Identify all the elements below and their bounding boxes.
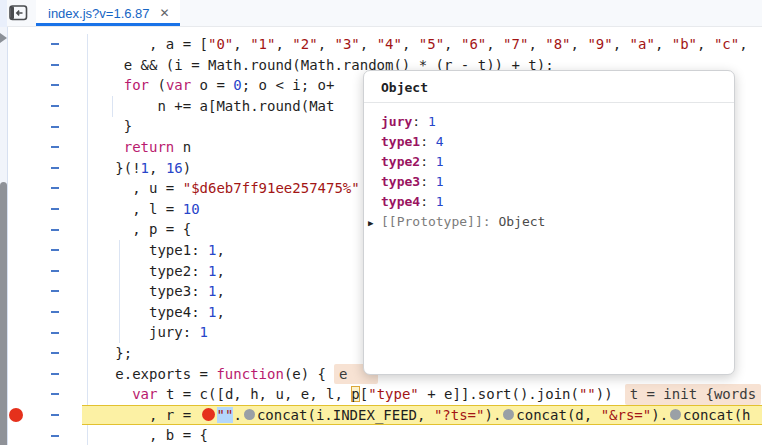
code-token: , <box>216 242 224 258</box>
gutter-dash <box>51 373 59 375</box>
code-token: ; o < i; o+ <box>242 77 335 93</box>
property-name: type3 <box>381 174 420 189</box>
code-line-text[interactable]: , r = "".concat(i.INDEX_FEED, "?ts=").co… <box>82 405 762 426</box>
gutter-dash <box>51 393 59 395</box>
gutter-line-marker[interactable] <box>0 240 82 261</box>
inline-breakpoint-candidate-icon[interactable] <box>670 409 681 420</box>
gutter-dash <box>51 249 59 251</box>
inline-breakpoint-candidate-icon[interactable] <box>244 409 255 420</box>
inline-breakpoint-active-icon[interactable] <box>202 408 215 421</box>
code-token: "c" <box>714 36 739 52</box>
code-token: [ <box>360 386 368 402</box>
code-token: )) <box>596 386 613 402</box>
gutter-line-marker[interactable] <box>0 34 82 55</box>
code-token: type3: <box>90 283 208 299</box>
code-token: var <box>166 77 191 93</box>
gutter-line-marker[interactable] <box>0 116 82 137</box>
gutter-dash <box>51 84 59 86</box>
code-token: , <box>216 263 224 279</box>
vertical-scrollbar[interactable] <box>0 27 7 445</box>
gutter-line-marker[interactable] <box>0 199 82 220</box>
property-name: jury <box>381 114 412 129</box>
code-token: 1 <box>200 324 208 340</box>
tab-close-icon[interactable]: ✕ <box>160 6 170 20</box>
code-token: , p = { <box>90 221 191 237</box>
code-token: var <box>132 386 157 402</box>
code-token: 0 <box>233 77 241 93</box>
object-popup-title: Object <box>364 71 734 102</box>
breakpoint-dot[interactable] <box>9 408 23 422</box>
gutter-dash <box>51 229 59 231</box>
code-token: o = <box>191 77 233 93</box>
property-value: 1 <box>428 114 436 129</box>
prototype-row[interactable]: ▶[[Prototype]]: Object <box>368 212 718 232</box>
property-name: type4 <box>381 194 420 209</box>
code-token: t = c([d, h, u, e, l, <box>157 386 351 402</box>
code-token: (e) { <box>284 366 326 382</box>
gutter-line-marker[interactable] <box>0 343 82 364</box>
gutter-line-marker[interactable] <box>0 137 82 158</box>
gutter-line-marker[interactable] <box>0 219 82 240</box>
code-token: type1: <box>90 242 208 258</box>
tab-title: index.js?v=1.6.87 <box>48 6 150 21</box>
gutter-line-marker[interactable] <box>0 158 82 179</box>
code-line: , b = { <box>0 425 762 445</box>
code-token: , <box>739 36 747 52</box>
code-token: 1 <box>141 160 149 176</box>
code-token: , <box>444 36 461 52</box>
gutter-line-marker[interactable] <box>0 55 82 76</box>
code-token: }; <box>90 345 132 361</box>
property-name: type2 <box>381 154 420 169</box>
code-token: ). <box>651 407 668 423</box>
code-token: , l = <box>90 201 183 217</box>
gutter-line-marker[interactable] <box>0 302 82 323</box>
inline-eval-preview: t = init {words <box>625 384 761 405</box>
code-token: , <box>697 36 714 52</box>
code-token: , <box>402 36 419 52</box>
gutter-dash <box>51 208 59 210</box>
property-row: type3: 1 <box>381 172 718 192</box>
code-token: "8" <box>545 36 570 52</box>
inline-breakpoint-candidate-icon[interactable] <box>503 409 514 420</box>
gutter-line-marker[interactable] <box>0 364 82 385</box>
expand-triangle-icon[interactable]: ▶ <box>368 213 381 233</box>
gutter-dash <box>51 270 59 272</box>
code-token: concat(i.INDEX_FEED, <box>257 407 434 423</box>
gutter-dash <box>51 146 59 148</box>
gutter-line-marker[interactable] <box>0 96 82 117</box>
property-row: type2: 1 <box>381 152 718 172</box>
code-token: concat(h <box>683 407 750 423</box>
code-line: var t = c([d, h, u, e, l, p["type" + e]]… <box>0 384 762 405</box>
code-line-text[interactable]: , b = { <box>82 425 762 445</box>
code-token: return <box>124 139 175 155</box>
code-token: "" <box>579 386 596 402</box>
gutter-line-marker[interactable] <box>0 384 82 405</box>
code-line-highlighted: , r = "".concat(i.INDEX_FEED, "?ts=").co… <box>0 405 762 426</box>
tab-index-js[interactable]: index.js?v=1.6.87 ✕ <box>36 0 180 26</box>
code-line-text[interactable]: var t = c([d, h, u, e, l, p["type" + e]]… <box>82 384 762 405</box>
property-separator: : <box>420 174 436 189</box>
property-name: type1 <box>381 134 420 149</box>
code-token: "4" <box>377 36 402 52</box>
gutter-dash <box>51 352 59 354</box>
gutter-line-marker[interactable] <box>0 322 82 343</box>
gutter-line-marker[interactable] <box>0 178 82 199</box>
code-token: ). <box>484 407 501 423</box>
code-token: }(! <box>90 160 141 176</box>
property-row: type1: 4 <box>381 132 718 152</box>
code-token: for <box>124 77 149 93</box>
gutter-dash <box>51 126 59 128</box>
hovered-variable[interactable]: p <box>351 386 359 402</box>
code-line: , a = ["0", "1", "2", "3", "4", "5", "6"… <box>0 34 762 55</box>
gutter-line-marker[interactable] <box>0 281 82 302</box>
scrollbar-thumb[interactable] <box>0 182 7 445</box>
code-token: e.exports = <box>90 366 216 382</box>
gutter-line-marker[interactable] <box>0 425 82 445</box>
gutter-line-marker[interactable] <box>0 75 82 96</box>
code-token: "$d6eb7ff91ee257475%" <box>183 180 360 196</box>
code-line-text[interactable]: , a = ["0", "1", "2", "3", "4", "5", "6"… <box>82 34 762 55</box>
code-token: "0" <box>208 36 233 52</box>
code-token: 16 <box>166 160 183 176</box>
code-token: jury: <box>90 324 200 340</box>
gutter-line-marker[interactable] <box>0 261 82 282</box>
